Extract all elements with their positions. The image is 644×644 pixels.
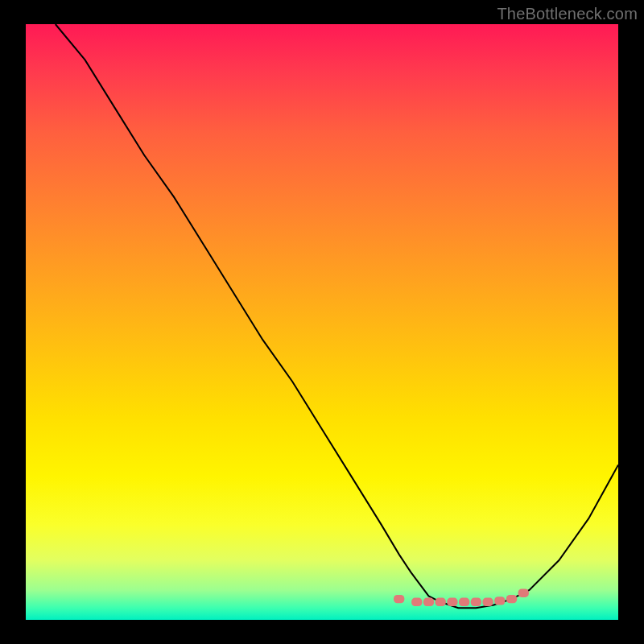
marker-dot <box>423 598 434 606</box>
marker-dot <box>482 598 493 606</box>
marker-dot <box>494 597 505 605</box>
marker-dot <box>506 595 517 603</box>
curve-svg <box>26 24 618 620</box>
chart-container: TheBottleneck.com <box>0 0 644 644</box>
main-curve <box>56 24 618 608</box>
marker-dot <box>459 598 469 606</box>
marker-dot <box>394 595 404 603</box>
highlight-markers <box>394 589 529 606</box>
marker-dot <box>518 589 529 597</box>
watermark-text: TheBottleneck.com <box>497 5 638 23</box>
marker-dot <box>447 598 457 606</box>
plot-area <box>26 24 618 620</box>
marker-dot <box>436 598 446 606</box>
marker-dot <box>471 598 481 606</box>
marker-dot <box>411 598 422 606</box>
